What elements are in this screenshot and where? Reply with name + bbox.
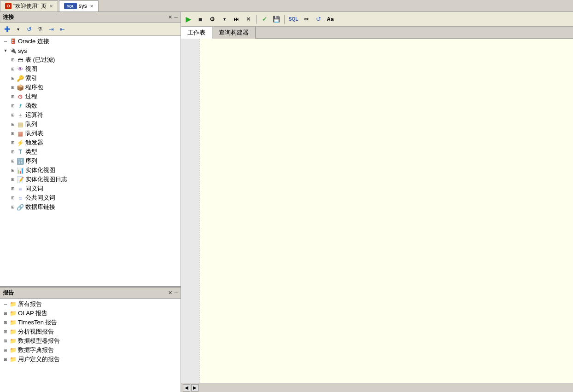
tree-item-all-reports[interactable]: ─ 📁 所有报告 (0, 300, 181, 309)
triggers-expander[interactable]: ⊞ (9, 139, 17, 146)
user-defined-expander[interactable]: ⊞ (2, 356, 9, 363)
tab-welcome-close[interactable]: ✕ (49, 4, 53, 9)
operators-icon: ± (17, 111, 24, 119)
tree-item-timesten[interactable]: ⊞ 📁 TimesTen 报告 (0, 318, 181, 327)
sql-btn[interactable]: SQL (287, 14, 300, 25)
compile-dropdown[interactable]: ▾ (219, 14, 230, 25)
tree-item-queues[interactable]: ⊞ ▤ 队列 (0, 120, 181, 129)
scroll-right-btn[interactable]: ▶ (191, 384, 199, 392)
tab-worksheet[interactable]: 工作表 (181, 27, 212, 39)
tab-sys[interactable]: SQL sys ✕ (59, 0, 99, 12)
operators-expander[interactable]: ⊞ (9, 111, 17, 119)
report-panel-controls: ✕ ─ (168, 290, 178, 296)
tree-item-olap[interactable]: ⊞ 📁 OLAP 报告 (0, 309, 181, 318)
report-panel-minimize-btn[interactable]: ─ (174, 290, 178, 296)
pencil-button[interactable]: ✏ (301, 14, 312, 25)
analytic-expander[interactable]: ⊞ (2, 328, 9, 335)
add-connection-button[interactable]: ✚ (2, 24, 12, 35)
refresh-connection-button[interactable]: ↺ (24, 24, 34, 35)
tree-item-tables[interactable]: ⊞ 🗃 表 (已过滤) (0, 55, 181, 64)
indexes-expander[interactable]: ⊞ (9, 75, 17, 82)
operators-label: 运算符 (25, 111, 43, 119)
tree-item-operators[interactable]: ⊞ ± 运算符 (0, 110, 181, 120)
refresh-button[interactable]: ↺ (313, 14, 324, 25)
connection-panel-minimize-btn[interactable]: ─ (174, 14, 178, 20)
tree-item-sys[interactable]: ▼ 🔌 sys (0, 46, 181, 55)
tree-item-functions[interactable]: ⊞ f 函数 (0, 101, 181, 110)
sequences-expander[interactable]: ⊞ (9, 157, 17, 165)
tree-item-data-dict[interactable]: ⊞ 📁 数据字典报告 (0, 346, 181, 355)
tree-item-views[interactable]: ⊞ 👁 视图 (0, 64, 181, 74)
procedures-label: 过程 (25, 92, 37, 101)
procedures-expander[interactable]: ⊞ (9, 93, 17, 100)
tree-item-mvs[interactable]: ⊞ 📊 实体化视图 (0, 166, 181, 175)
report-panel-header: 报告 ✕ ─ (0, 288, 181, 299)
tab-sys-close[interactable]: ✕ (90, 4, 94, 9)
all-reports-icon: 📁 (9, 300, 17, 308)
add-dropdown-button[interactable]: ▾ (13, 24, 23, 35)
font-button[interactable]: Aa (325, 14, 336, 25)
all-reports-expander[interactable]: ─ (2, 300, 9, 308)
olap-icon: 📁 (9, 310, 17, 317)
tree-item-data-model[interactable]: ⊞ 📁 数据模型器报告 (0, 336, 181, 346)
mv-logs-expander[interactable]: ⊞ (9, 176, 17, 183)
mv-logs-icon: 📝 (17, 176, 24, 183)
tree-item-user-defined[interactable]: ⊞ 📁 用户定义的报告 (0, 355, 181, 364)
tables-expander[interactable]: ⊞ (9, 56, 17, 63)
report-tree[interactable]: ─ 📁 所有报告 ⊞ 📁 OLAP 报告 ⊞ 📁 TimesTen 报告 (0, 299, 181, 392)
functions-expander[interactable]: ⊞ (9, 102, 17, 110)
tree-item-analytic[interactable]: ⊞ 📁 分析视图报告 (0, 327, 181, 336)
types-expander[interactable]: ⊞ (9, 148, 17, 156)
tab-welcome-label: "欢迎使用" 页 (13, 2, 47, 10)
oracle-root-expander[interactable]: ─ (2, 38, 9, 45)
connection-panel-close-btn[interactable]: ✕ (168, 14, 172, 20)
tree-item-sequences[interactable]: ⊞ 🔢 序列 (0, 156, 181, 166)
check-button[interactable]: ✔ (259, 14, 270, 25)
import-button[interactable]: ⇥ (46, 24, 56, 35)
views-expander[interactable]: ⊞ (9, 65, 17, 73)
packages-expander[interactable]: ⊞ (9, 84, 17, 91)
tree-item-packages[interactable]: ⊞ 📦 程序包 (0, 83, 181, 92)
run-button[interactable]: ▶ (183, 14, 194, 25)
mvs-expander[interactable]: ⊞ (9, 167, 17, 174)
editor-content[interactable] (199, 39, 573, 383)
right-panel: ▶ ■ ⚙ ▾ ⏭ ✕ ✔ 💾 SQL ✏ ↺ Aa 工作表 查询构建器 (181, 12, 573, 392)
data-model-expander[interactable]: ⊞ (2, 337, 9, 345)
tree-item-db-links[interactable]: ⊞ 🔗 数据库链接 (0, 202, 181, 212)
tree-item-synonyms[interactable]: ⊞ ≡ 同义词 (0, 184, 181, 193)
stop-button[interactable]: ■ (195, 14, 206, 25)
olap-expander[interactable]: ⊞ (2, 310, 9, 317)
filter-button[interactable]: ⚗ (35, 24, 45, 35)
compile-button[interactable]: ⚙ (207, 14, 218, 25)
synonyms-expander[interactable]: ⊞ (9, 185, 17, 192)
tab-welcome[interactable]: O "欢迎使用" 页 ✕ (0, 0, 58, 12)
connection-tree[interactable]: ─ 🗄 Oracle 连接 ▼ 🔌 sys ⊞ 🗃 表 (已过滤) (0, 36, 181, 286)
connection-panel: 连接 ✕ ─ ✚ ▾ ↺ ⚗ ⇥ ⇤ ─ 🗄 Ora (0, 12, 181, 287)
timesten-expander[interactable]: ⊞ (2, 319, 9, 326)
tree-item-oracle-root[interactable]: ─ 🗄 Oracle 连接 (0, 37, 181, 46)
tree-item-indexes[interactable]: ⊞ 🔑 索引 (0, 74, 181, 83)
data-dict-expander[interactable]: ⊞ (2, 346, 9, 354)
scroll-left-btn[interactable]: ◀ (183, 384, 190, 392)
pub-synonyms-expander[interactable]: ⊞ (9, 194, 17, 202)
db-links-icon: 🔗 (17, 203, 24, 211)
queue-tables-expander[interactable]: ⊞ (9, 130, 17, 137)
tree-item-pub-synonyms[interactable]: ⊞ ≡ 公共同义词 (0, 193, 181, 202)
tree-item-queue-tables[interactable]: ⊞ ▦ 队列表 (0, 129, 181, 138)
tab-query-builder[interactable]: 查询构建器 (212, 27, 256, 39)
report-panel: 报告 ✕ ─ ─ 📁 所有报告 ⊞ 📁 OLAP 报告 (0, 287, 181, 392)
tree-item-triggers[interactable]: ⊞ ⚡ 触发器 (0, 138, 181, 147)
clear-button[interactable]: ✕ (243, 14, 254, 25)
user-defined-icon: 📁 (9, 356, 17, 363)
tree-item-types[interactable]: ⊞ T 类型 (0, 147, 181, 156)
report-panel-close-btn[interactable]: ✕ (168, 290, 172, 296)
queues-expander[interactable]: ⊞ (9, 121, 17, 128)
tree-item-mv-logs[interactable]: ⊞ 📝 实体化视图日志 (0, 175, 181, 184)
run2-button[interactable]: ⏭ (231, 14, 242, 25)
connection-panel-header: 连接 ✕ ─ (0, 12, 181, 23)
tree-item-procedures[interactable]: ⊞ ⚙ 过程 (0, 92, 181, 101)
export-button[interactable]: ⇤ (57, 24, 67, 35)
sys-expander[interactable]: ▼ (2, 47, 9, 54)
db-links-expander[interactable]: ⊞ (9, 203, 17, 211)
save-button[interactable]: 💾 (271, 14, 282, 25)
